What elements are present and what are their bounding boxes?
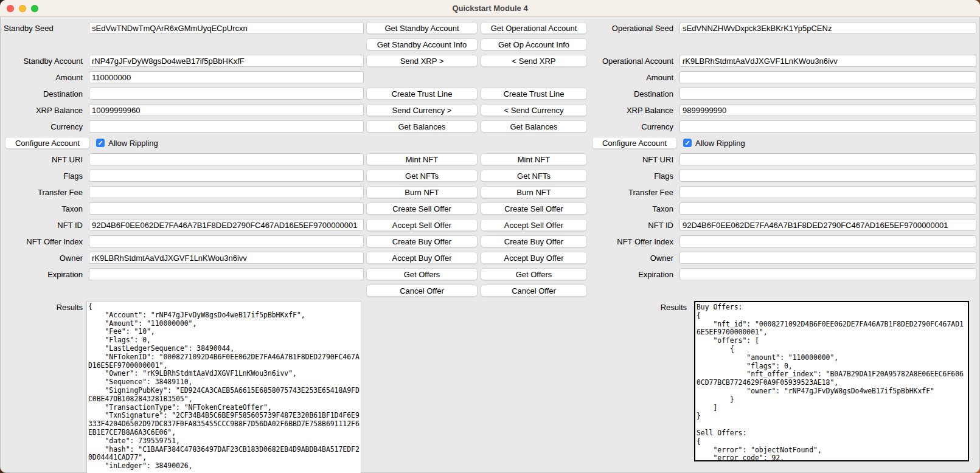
standby-seed-label: Standby Seed	[0, 24, 86, 33]
get-standby-account-button[interactable]: Get Standby Account	[366, 22, 478, 34]
standby-cancel-offer-button[interactable]: Cancel Offer	[366, 285, 478, 297]
standby-destination-input[interactable]	[89, 88, 364, 100]
standby-create-buy-offer-button[interactable]: Create Buy Offer	[366, 235, 478, 247]
operational-accept-sell-offer-button[interactable]: Accept Sell Offer	[481, 219, 587, 231]
standby-get-offers-button[interactable]: Get Offers	[366, 268, 478, 280]
operational-expiration-input[interactable]	[679, 268, 976, 280]
standby-nft-uri-input[interactable]	[89, 153, 364, 165]
title-bar: Quickstart Module 4	[0, 0, 980, 17]
standby-seed-input[interactable]	[89, 22, 364, 34]
spacer-row	[587, 285, 976, 297]
operational-taxon-input[interactable]	[679, 202, 976, 215]
send-currency-left-button[interactable]: < Send Currency	[481, 104, 587, 116]
operational-account-input[interactable]	[679, 55, 976, 67]
operational-create-buy-offer-button[interactable]: Create Buy Offer	[481, 235, 587, 247]
operational-burn-nft-button[interactable]: Burn NFT	[481, 186, 587, 198]
operational-owner-label: Owner	[587, 254, 677, 263]
operational-seed-input[interactable]	[679, 22, 976, 34]
standby-xrp-balance-input[interactable]	[89, 104, 364, 116]
standby-xrp-balance-label: XRP Balance	[0, 106, 86, 115]
operational-destination-label: Destination	[587, 89, 677, 98]
operational-results-textarea[interactable]: Buy Offers: { "nft_id": "0008271092D4B6F…	[694, 301, 969, 461]
operational-flags-label: Flags	[587, 171, 677, 181]
operational-create-trust-line-button[interactable]: Create Trust Line	[481, 88, 587, 100]
standby-accept-sell-offer-button[interactable]: Accept Sell Offer	[366, 219, 478, 231]
standby-amount-label: Amount	[0, 73, 86, 82]
operational-account-label: Operational Account	[587, 57, 677, 66]
standby-allow-rippling-checkbox[interactable]: ✓	[96, 139, 105, 147]
operational-get-offers-button[interactable]: Get Offers	[481, 268, 587, 280]
send-xrp-right-button[interactable]: Send XRP >	[366, 55, 478, 67]
operational-nft-id-input[interactable]	[679, 219, 976, 231]
operational-flags-input[interactable]	[679, 170, 976, 182]
standby-nft-id-label: NFT ID	[0, 221, 86, 230]
operational-panel: Operational Seed Operational Account Amo…	[587, 22, 980, 473]
get-operational-account-button[interactable]: Get Operational Account	[481, 22, 587, 34]
operational-transfer-fee-input[interactable]	[679, 186, 976, 198]
operational-configure-account-button[interactable]: Configure Account	[592, 137, 677, 149]
standby-expiration-label: Expiration	[0, 270, 86, 279]
operational-amount-input[interactable]	[679, 71, 976, 83]
standby-account-input[interactable]	[89, 55, 364, 67]
send-xrp-left-button[interactable]: < Send XRP	[481, 55, 587, 67]
operational-currency-label: Currency	[587, 122, 677, 131]
standby-burn-nft-button[interactable]: Burn NFT	[366, 186, 478, 198]
standby-destination-label: Destination	[0, 89, 86, 98]
standby-nft-offer-index-label: NFT Offer Index	[0, 237, 86, 246]
standby-configure-account-button[interactable]: Configure Account	[5, 137, 90, 149]
standby-transfer-fee-input[interactable]	[89, 186, 364, 198]
operational-mint-nft-button[interactable]: Mint NFT	[481, 153, 587, 165]
standby-nft-uri-label: NFT URI	[0, 155, 86, 164]
traffic-lights	[7, 0, 38, 16]
standby-nft-offer-index-input[interactable]	[89, 235, 364, 247]
spacer-row	[587, 38, 976, 50]
operational-xrp-balance-input[interactable]	[679, 104, 976, 116]
standby-get-nfts-button[interactable]: Get NFTs	[366, 170, 478, 182]
standby-flags-label: Flags	[0, 171, 86, 181]
standby-panel: Standby Seed Standby Account Amount Dest…	[0, 22, 364, 473]
operational-accept-buy-offer-button[interactable]: Accept Buy Offer	[481, 252, 587, 264]
standby-owner-input[interactable]	[89, 252, 364, 264]
standby-create-sell-offer-button[interactable]: Create Sell Offer	[366, 202, 478, 215]
app-window: Quickstart Module 4 Standby Seed Standby…	[0, 0, 980, 473]
standby-currency-input[interactable]	[89, 120, 364, 133]
send-currency-right-button[interactable]: Send Currency >	[366, 104, 478, 116]
operational-owner-input[interactable]	[679, 252, 976, 264]
standby-taxon-input[interactable]	[89, 202, 364, 215]
operational-cancel-offer-button[interactable]: Cancel Offer	[481, 285, 587, 297]
standby-flags-input[interactable]	[89, 170, 364, 182]
standby-account-label: Standby Account	[0, 57, 86, 66]
zoom-button[interactable]	[31, 5, 38, 12]
standby-nft-id-input[interactable]	[89, 219, 364, 231]
standby-amount-input[interactable]	[89, 71, 364, 83]
standby-results-textarea[interactable]: { "Account": "rNP47gJFvDyW8gsDo4weB17if5…	[86, 301, 361, 473]
close-button[interactable]	[7, 5, 14, 12]
standby-create-trust-line-button[interactable]: Create Trust Line	[366, 88, 478, 100]
operational-create-sell-offer-button[interactable]: Create Sell Offer	[481, 202, 587, 215]
get-standby-account-info-button[interactable]: Get Standby Account Info	[366, 38, 478, 50]
operational-nft-offer-index-input[interactable]	[679, 235, 976, 247]
standby-results-label: Results	[0, 301, 86, 312]
operational-allow-rippling-checkbox[interactable]: ✓	[683, 139, 692, 147]
operational-currency-input[interactable]	[679, 120, 976, 133]
operational-transfer-fee-label: Transfer Fee	[587, 188, 677, 197]
operational-taxon-label: Taxon	[587, 204, 677, 213]
standby-mint-nft-button[interactable]: Mint NFT	[366, 153, 478, 165]
operational-nft-uri-label: NFT URI	[587, 155, 677, 164]
standby-transfer-fee-label: Transfer Fee	[0, 188, 86, 197]
operational-destination-input[interactable]	[679, 88, 976, 100]
operational-get-balances-button[interactable]: Get Balances	[481, 120, 587, 133]
operational-allow-rippling-label: Allow Rippling	[695, 139, 745, 148]
operational-amount-label: Amount	[587, 73, 677, 82]
operational-nft-id-label: NFT ID	[587, 221, 677, 230]
operational-get-nfts-button[interactable]: Get NFTs	[481, 170, 587, 182]
get-op-account-info-button[interactable]: Get Op Account Info	[481, 38, 587, 50]
minimize-button[interactable]	[19, 5, 26, 12]
operational-nft-uri-input[interactable]	[679, 153, 976, 165]
operational-results-label: Results	[587, 301, 690, 312]
spacer-row	[0, 38, 364, 50]
standby-accept-buy-offer-button[interactable]: Accept Buy Offer	[366, 252, 478, 264]
standby-get-balances-button[interactable]: Get Balances	[366, 120, 478, 133]
standby-expiration-input[interactable]	[89, 268, 364, 280]
standby-taxon-label: Taxon	[0, 204, 86, 213]
